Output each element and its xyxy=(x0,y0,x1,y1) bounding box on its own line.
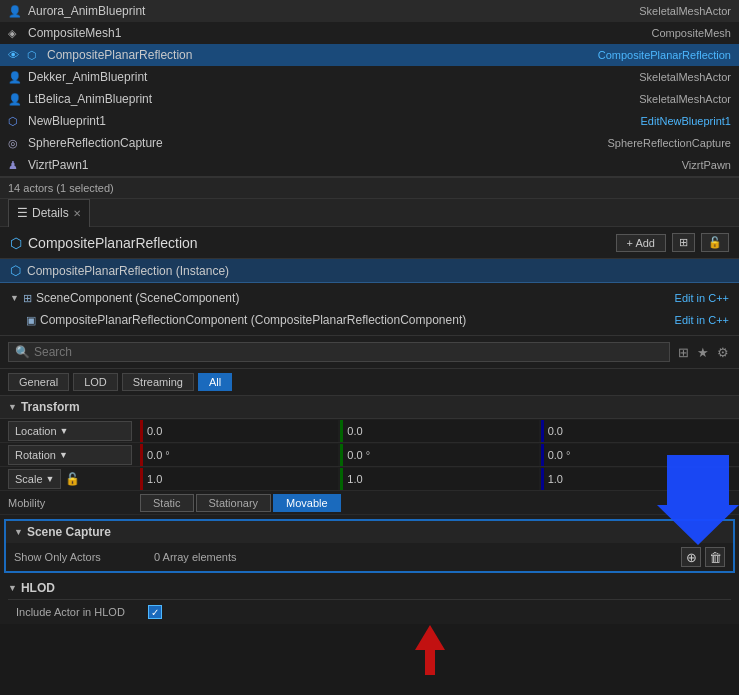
tab-lod[interactable]: LOD xyxy=(73,373,118,391)
include-actor-checkbox[interactable]: ✓ xyxy=(148,605,162,619)
rotation-y-input[interactable] xyxy=(340,444,538,466)
location-y-input[interactable] xyxy=(340,420,538,442)
instance-label: CompositePlanarReflection (Instance) xyxy=(27,264,229,278)
location-values xyxy=(140,420,739,442)
scale-y-input[interactable] xyxy=(340,468,538,490)
component-title: ⬡ CompositePlanarReflection xyxy=(10,235,198,251)
section-label-transform: Transform xyxy=(21,400,80,414)
actor-row[interactable]: 👤 LtBelica_AnimBlueprint SkeletalMeshAct… xyxy=(0,88,739,110)
actor-row-selected[interactable]: 👁 ⬡ CompositePlanarReflection CompositeP… xyxy=(0,44,739,66)
details-tab[interactable]: ☰ Details ✕ xyxy=(8,199,90,227)
rotation-label-text: Rotation xyxy=(15,449,56,461)
chevron-down-icon: ▼ xyxy=(59,450,68,460)
rotation-dropdown[interactable]: Rotation ▼ xyxy=(8,445,132,465)
rotation-row: Rotation ▼ xyxy=(0,443,739,467)
settings-icon-button[interactable]: ⚙ xyxy=(715,343,731,362)
scene-capture-label: Scene Capture xyxy=(27,525,111,539)
rotation-x-field xyxy=(140,444,338,466)
location-label-text: Location xyxy=(15,425,57,437)
mobility-stationary-button[interactable]: Stationary xyxy=(196,494,272,512)
chevron-down-icon: ▼ xyxy=(46,474,55,484)
mobility-static-button[interactable]: Static xyxy=(140,494,194,512)
actor-name: SphereReflectionCapture xyxy=(28,136,163,150)
actor-type: VizrtPawn xyxy=(682,159,731,171)
component-header: ⬡ CompositePlanarReflection + Add ⊞ 🔓 xyxy=(0,227,739,259)
hlod-collapse-icon: ▼ xyxy=(8,583,17,593)
search-input[interactable] xyxy=(34,345,663,359)
actor-count: 14 actors (1 selected) xyxy=(8,182,114,194)
mobility-movable-button[interactable]: Movable xyxy=(273,494,341,512)
tab-general[interactable]: General xyxy=(8,373,69,391)
mobility-label-text: Mobility xyxy=(8,497,45,509)
actor-name: NewBlueprint1 xyxy=(28,114,106,128)
location-x-input[interactable] xyxy=(140,420,338,442)
remove-array-element-button[interactable]: 🗑 xyxy=(705,547,725,567)
actor-row[interactable]: 👤 Aurora_AnimBlueprint SkeletalMeshActor xyxy=(0,0,739,22)
expand-icon: ▼ xyxy=(10,293,19,303)
favorites-icon-button[interactable]: ★ xyxy=(695,343,711,362)
rotation-label: Rotation ▼ xyxy=(0,445,140,465)
actor-type: SkeletalMeshActor xyxy=(639,71,731,83)
scale-label: Scale ▼ 🔓 xyxy=(0,469,140,489)
reflection-component-label: CompositePlanarReflectionComponent (Comp… xyxy=(40,313,466,327)
actor-name: Dekker_AnimBlueprint xyxy=(28,70,147,84)
scene-capture-section: ▼ Scene Capture Show Only Actors 0 Array… xyxy=(4,519,735,573)
mobility-buttons: Static Stationary Movable xyxy=(140,494,341,512)
actor-type-link[interactable]: EditNewBlueprint1 xyxy=(641,115,732,127)
collapse-icon: ▼ xyxy=(8,402,17,412)
red-up-arrow xyxy=(415,625,445,675)
location-dropdown[interactable]: Location ▼ xyxy=(8,421,132,441)
tab-icon: ☰ xyxy=(17,206,28,220)
actor-type: CompositeMesh xyxy=(652,27,731,39)
tree-row-reflection[interactable]: ▣ CompositePlanarReflectionComponent (Co… xyxy=(16,309,739,331)
scale-dropdown[interactable]: Scale ▼ xyxy=(8,469,61,489)
filter-icons: ⊞ ★ ⚙ xyxy=(676,343,731,362)
edit-cpp-link-reflection[interactable]: Edit in C++ xyxy=(675,314,729,326)
actor-type: SphereReflectionCapture xyxy=(607,137,731,149)
scale-x-input[interactable] xyxy=(140,468,338,490)
tab-streaming[interactable]: Streaming xyxy=(122,373,194,391)
scale-y-field xyxy=(340,468,538,490)
scale-lock-icon[interactable]: 🔓 xyxy=(65,472,80,486)
columns-icon-button[interactable]: ⊞ xyxy=(676,343,691,362)
tree-row-scene[interactable]: ▼ ⊞ SceneComponent (SceneComponent) Edit… xyxy=(0,287,739,309)
rotation-x-input[interactable] xyxy=(140,444,338,466)
svg-marker-1 xyxy=(415,625,445,675)
actor-row[interactable]: ◈ CompositeMesh1 CompositeMesh xyxy=(0,22,739,44)
blue-down-arrow xyxy=(657,455,739,545)
instance-row[interactable]: ⬡ CompositePlanarReflection (Instance) xyxy=(0,259,739,283)
close-icon[interactable]: ✕ xyxy=(73,208,81,219)
search-box: 🔍 xyxy=(8,342,670,362)
location-y-field xyxy=(340,420,538,442)
mobility-label: Mobility xyxy=(0,497,140,509)
chevron-down-icon: ▼ xyxy=(60,426,69,436)
hlod-label: HLOD xyxy=(21,581,55,595)
tab-all[interactable]: All xyxy=(198,373,232,391)
details-tab-bar: ☰ Details ✕ xyxy=(0,199,739,227)
lock-button[interactable]: 🔓 xyxy=(701,233,729,252)
main-container: 👤 Aurora_AnimBlueprint SkeletalMeshActor… xyxy=(0,0,739,695)
scene-capture-collapse-icon: ▼ xyxy=(14,527,23,537)
location-z-input[interactable] xyxy=(541,420,739,442)
actor-type: SkeletalMeshActor xyxy=(639,5,731,17)
actor-row[interactable]: ◎ SphereReflectionCapture SphereReflecti… xyxy=(0,132,739,154)
actor-name: LtBelica_AnimBlueprint xyxy=(28,92,152,106)
component-name: CompositePlanarReflection xyxy=(28,235,198,251)
scene-capture-header: ▼ Scene Capture xyxy=(6,521,733,543)
include-actor-row: Include Actor in HLOD ✓ xyxy=(8,600,731,624)
actor-row[interactable]: 👤 Dekker_AnimBlueprint SkeletalMeshActor xyxy=(0,66,739,88)
actor-row[interactable]: ⬡ NewBlueprint1 EditNewBlueprint1 xyxy=(0,110,739,132)
rotation-values xyxy=(140,444,739,466)
layout-icon-button[interactable]: ⊞ xyxy=(672,233,695,252)
edit-cpp-link-scene[interactable]: Edit in C++ xyxy=(675,292,729,304)
actor-name: CompositePlanarReflection xyxy=(47,48,192,62)
scale-label-text: Scale xyxy=(15,473,43,485)
scale-x-field xyxy=(140,468,338,490)
add-array-element-button[interactable]: ⊕ xyxy=(681,547,701,567)
instance-icon: ⬡ xyxy=(10,263,21,278)
array-value: 0 Array elements xyxy=(154,551,681,563)
actor-name: CompositeMesh1 xyxy=(28,26,121,40)
actor-row[interactable]: ♟ VizrtPawn1 VizrtPawn xyxy=(0,154,739,176)
add-button[interactable]: + Add xyxy=(616,234,666,252)
transform-section-header: ▼ Transform xyxy=(0,396,739,419)
